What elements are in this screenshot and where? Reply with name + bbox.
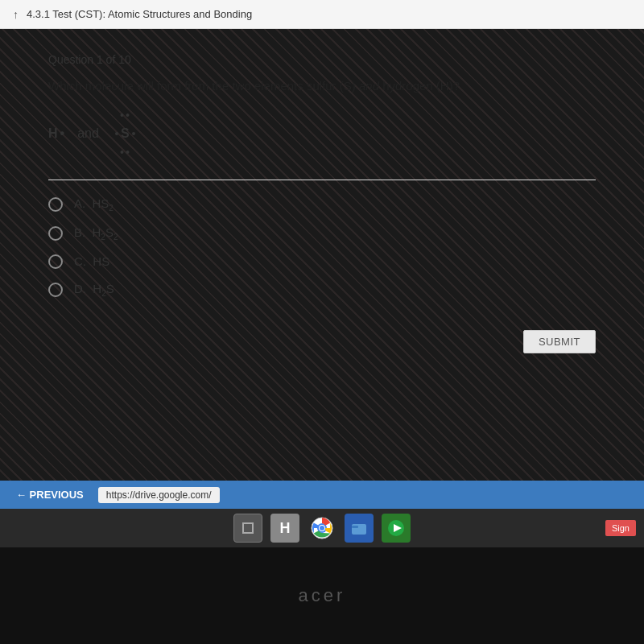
browser-bar: ← PREVIOUS https://drive.google.com/ <box>0 481 644 509</box>
choice-c-text: C. HS <box>74 254 109 268</box>
taskbar-folder-icon[interactable] <box>345 514 374 543</box>
choice-a[interactable]: A. HS2 <box>48 196 596 213</box>
taskbar-h-icon[interactable]: H <box>270 514 299 543</box>
taskbar: H Sign <box>0 509 644 547</box>
s-inner: S <box>115 126 135 141</box>
previous-button[interactable]: ← PREVIOUS <box>8 485 92 504</box>
h-dot: • <box>60 126 65 141</box>
taskbar-play-icon[interactable] <box>382 514 411 543</box>
choice-c[interactable]: C. HS <box>48 254 596 269</box>
screen: ↑ 4.3.1 Test (CST): Atomic Structures an… <box>0 0 644 644</box>
s-top-dots <box>121 114 130 117</box>
radio-a[interactable] <box>48 197 63 212</box>
and-text: and <box>77 126 99 141</box>
taskbar-chrome-icon[interactable] <box>308 514 336 543</box>
hydrogen-atom: H• <box>48 126 64 141</box>
question-label: Question 1 of 10 <box>48 53 596 66</box>
s-top-dot-2 <box>126 114 130 117</box>
main-content: Question 1 of 10 Which molecule will for… <box>0 29 644 481</box>
s-left-dot <box>115 132 118 135</box>
bottom-dark: acer <box>0 547 644 644</box>
s-symbol: S <box>121 126 130 141</box>
h-symbol: H <box>48 126 58 141</box>
choice-d-text: D. H2S <box>74 282 114 298</box>
sign-button[interactable]: Sign <box>605 520 636 536</box>
svg-rect-6 <box>352 526 358 528</box>
s-bottom-dot-2 <box>126 151 130 154</box>
svg-point-4 <box>320 526 324 530</box>
s-right-dot <box>132 132 135 135</box>
choice-a-text: A. HS2 <box>74 196 114 213</box>
answer-choices: A. HS2 B. H2S2 C. HS D. H2S <box>48 196 596 298</box>
title-bar: ↑ 4.3.1 Test (CST): Atomic Structures an… <box>0 0 644 29</box>
question-text: Which molecule will form from the two el… <box>48 77 596 96</box>
s-top-dot-1 <box>121 114 124 117</box>
choice-b-text: B. H2S2 <box>74 225 118 242</box>
radio-b[interactable] <box>48 226 63 241</box>
brand-label: acer <box>299 585 346 606</box>
submit-button[interactable]: SUBMIT <box>523 330 596 353</box>
submit-area: SUBMIT <box>48 330 596 353</box>
separator <box>48 180 596 180</box>
radio-c[interactable] <box>48 254 63 269</box>
radio-d[interactable] <box>48 283 63 297</box>
choice-b[interactable]: B. H2S2 <box>48 225 596 242</box>
s-bottom-dots <box>121 151 130 154</box>
svg-rect-5 <box>352 524 366 535</box>
taskbar-window-icon[interactable] <box>233 514 262 543</box>
sulfur-atom: S <box>112 120 138 147</box>
url-bar: https://drive.google.com/ <box>98 487 220 503</box>
back-icon: ↑ <box>13 8 19 21</box>
s-bottom-dot-1 <box>121 151 124 154</box>
title-bar-text: 4.3.1 Test (CST): Atomic Structures and … <box>27 8 252 20</box>
choice-d[interactable]: D. H2S <box>48 282 596 298</box>
diagram-area: H• and S <box>48 112 596 155</box>
svg-rect-0 <box>243 523 253 533</box>
